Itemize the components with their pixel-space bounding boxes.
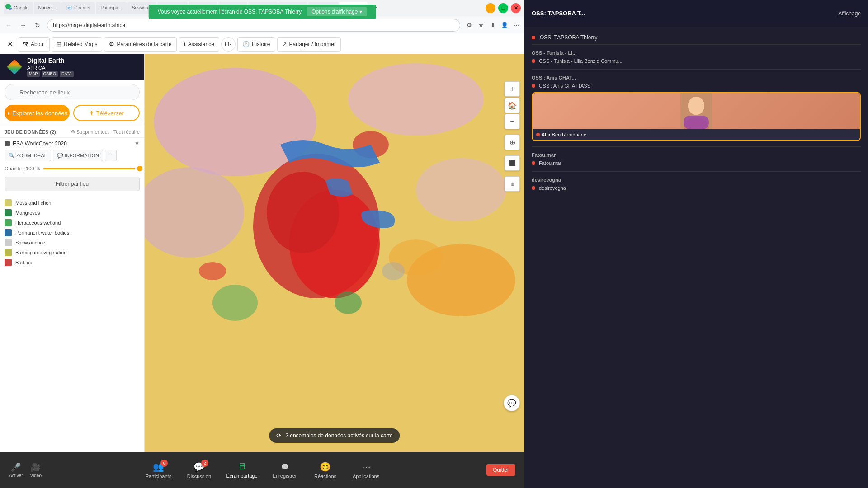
opacity-label: Opacité : 100 % — [5, 166, 40, 171]
related-maps-btn[interactable]: ⊞ Related Maps — [52, 37, 102, 52]
browser-controls: ← → ↻ https://maps.digitalearth.africa ⚙… — [0, 16, 524, 34]
logo-subtitle: AFRICA — [27, 65, 45, 70]
history-btn[interactable]: 🕐 Histoire — [237, 37, 275, 52]
share-btn[interactable]: ↗ Partager / Imprimer — [277, 37, 341, 52]
delete-icon: ⊗ — [71, 129, 75, 135]
taskbar-discussion[interactable]: 💬 2 Discussion — [185, 461, 212, 479]
forward-button[interactable]: → — [18, 20, 28, 30]
assistance-icon: ℹ — [184, 41, 186, 47]
taskbar-ecran[interactable]: 🖥 Écran partagé — [226, 461, 257, 479]
oss-header: OSS: TAPSOBA T... Affichage — [524, 0, 868, 27]
map-chat-btn[interactable]: 💬 — [504, 395, 520, 411]
legend-color-snow — [5, 239, 12, 246]
taskbar-video[interactable]: 🎥 Vidéo — [30, 462, 42, 478]
address-bar[interactable]: https://maps.digitalearth.africa — [47, 19, 460, 32]
explore-plus-icon: + — [6, 110, 10, 117]
language-btn[interactable]: FR — [221, 37, 236, 52]
svg-point-2 — [348, 63, 484, 136]
legend-color-bare — [5, 249, 12, 256]
tab-courrier[interactable]: 📧Courrier — [61, 2, 95, 14]
history-label: Histoire — [252, 41, 270, 47]
oss-member-anis[interactable]: OSS : Anis GHATTASSI — [532, 83, 861, 89]
svg-point-12 — [212, 285, 258, 321]
close-panel-btn[interactable]: ✕ — [5, 37, 16, 52]
oss-member-tapsoba[interactable]: OSS: TAPSOBA Thierry — [524, 31, 868, 44]
about-btn[interactable]: 🗺 About — [18, 37, 50, 52]
zoom-ideal-btn[interactable]: 🔍 ZOOM IDÉAL — [5, 150, 51, 161]
compass-btn[interactable]: ⊛ — [505, 176, 520, 192]
legend-label-bare: Bare/sparse vegetation — [15, 250, 66, 255]
options-affichage-btn[interactable]: Options d'affichage ▾ — [307, 7, 367, 16]
legend-color-mangroves — [5, 209, 12, 216]
discussion-label: Discussion — [187, 474, 211, 479]
dataset-arrow-icon[interactable]: ▼ — [134, 141, 140, 147]
info-icon: 💬 — [57, 153, 63, 159]
zoom-out-btn[interactable]: − — [505, 114, 520, 129]
fatou-name: Fatou.mar — [539, 160, 561, 166]
ecran-icon: 🖥 — [237, 461, 246, 472]
legend-item-bare: Bare/sparse vegetation — [5, 249, 140, 256]
svg-point-19 — [688, 97, 704, 115]
tab-participa1[interactable]: Participa... — [96, 2, 126, 14]
ecran-label: Écran partagé — [226, 473, 257, 479]
oss-member-desire[interactable]: desirevogna — [532, 185, 861, 191]
zoom-in-btn[interactable]: + — [505, 81, 520, 97]
close-button[interactable]: ✕ — [511, 3, 521, 13]
tab-nouvel[interactable]: Nouvel... — [34, 2, 61, 14]
quit-btn[interactable]: Quitter — [486, 464, 515, 476]
delete-all-btn[interactable]: ⊗ Supprimer tout — [71, 129, 109, 135]
dataset-color — [5, 141, 10, 146]
taskbar-center: 👥 6 Participants 💬 2 Discussion 🖥 Écran … — [145, 461, 379, 479]
extensions-btn[interactable]: ⚙ — [465, 21, 474, 30]
taskbar-enregistrer[interactable]: ⏺ Enregistrer — [271, 461, 298, 479]
location-btn[interactable]: ⊕ — [505, 135, 520, 150]
collapse-label: Tout réduire — [113, 129, 140, 135]
params-icon: ⚙ — [109, 41, 114, 47]
fatou-section-title: Fatou.mar — [532, 152, 861, 158]
delete-label: Supprimer tout — [76, 129, 109, 135]
collapse-all-btn[interactable]: Tout réduire — [113, 129, 140, 135]
explore-btn[interactable]: + Explorer les données — [5, 105, 70, 121]
assistance-btn[interactable]: ℹ Assistance — [179, 37, 219, 52]
assistance-label: Assistance — [188, 41, 214, 47]
legend-label-builtup: Built-up — [15, 260, 32, 265]
taskbar-participants[interactable]: 👥 6 Participants — [145, 461, 172, 479]
screenshot-btn[interactable]: ⬛ — [505, 155, 520, 171]
profile-btn[interactable]: 👤 — [500, 21, 509, 30]
information-btn[interactable]: 💬 INFORMATION — [53, 150, 103, 161]
oss-member-tunisia-lilia[interactable]: OSS - Tunisia - Lilia Benzid Commu... — [532, 58, 861, 64]
affichage-btn[interactable]: Affichage — [838, 10, 861, 17]
opacity-slider[interactable] — [43, 168, 140, 169]
url-display: https://maps.digitalearth.africa — [53, 22, 125, 28]
options-dropdown-icon: ▾ — [359, 9, 362, 15]
taskbar-applications[interactable]: ⋯ Applications — [353, 461, 380, 479]
more-btn[interactable]: ⋯ — [105, 150, 117, 161]
anis-indicator — [532, 84, 535, 88]
back-button[interactable]: ← — [4, 20, 14, 30]
menu-btn[interactable]: ⋯ — [512, 21, 521, 30]
maximize-button[interactable]: □ — [498, 3, 508, 13]
taskbar-activer[interactable]: 🎤 Activer — [9, 462, 23, 478]
taskbar-reactions[interactable]: 😊 Réactions — [312, 461, 339, 479]
legend-item-herbaceous: Herbaceous wetland — [5, 219, 140, 226]
affichage-label: Affichage — [838, 10, 861, 17]
about-label: About — [31, 41, 45, 47]
search-input[interactable] — [5, 84, 140, 100]
legend-item-moss: Moss and lichen — [5, 199, 140, 206]
lang-label: FR — [225, 41, 232, 47]
discussion-icon: 💬 2 — [193, 461, 205, 472]
downloads-btn[interactable]: ⬇ — [488, 21, 497, 30]
map-params-btn[interactable]: ⚙ Paramètres de la carte — [104, 37, 176, 52]
home-btn[interactable]: 🏠 — [505, 98, 520, 113]
minimize-button[interactable]: — — [486, 3, 495, 13]
download-btn[interactable]: ⬆ Téléverser — [73, 105, 140, 121]
map-area[interactable]: + 🏠 − ⊕ ⬛ ⊛ ⟳ 2 ensembles de données act… — [145, 54, 524, 452]
filter-btn[interactable]: Filtrer par lieu — [5, 177, 140, 191]
related-maps-label: Related Maps — [64, 41, 97, 47]
desire-name: desirevogna — [539, 185, 566, 191]
legend-item-builtup: Built-up — [5, 259, 140, 266]
favorites-btn[interactable]: ★ — [476, 21, 486, 30]
oss-member-fatou[interactable]: Fatou.mar — [532, 160, 861, 166]
refresh-button[interactable]: ↻ — [33, 20, 42, 30]
svg-point-9 — [199, 262, 226, 280]
